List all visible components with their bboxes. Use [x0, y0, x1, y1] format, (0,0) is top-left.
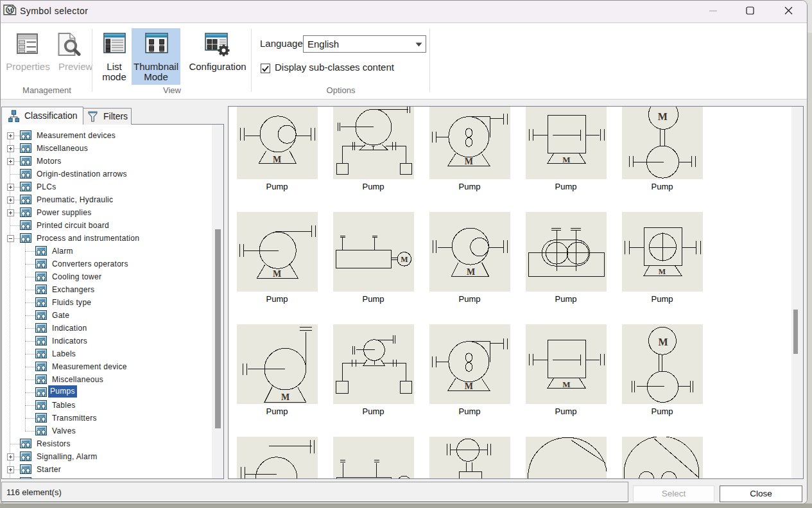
svg-text:M: M [658, 337, 668, 347]
svg-text:M: M [657, 112, 667, 123]
svg-text:M: M [464, 381, 472, 391]
svg-text:M: M [401, 255, 408, 264]
svg-text:M: M [562, 155, 570, 164]
svg-text:M: M [7, 7, 13, 13]
svg-text:M: M [467, 267, 475, 277]
svg-text:M: M [272, 269, 281, 279]
svg-text:M: M [464, 157, 472, 166]
svg-text:M: M [658, 267, 665, 276]
svg-text:M: M [281, 392, 289, 402]
svg-text:M: M [272, 155, 281, 164]
svg-text:M: M [562, 380, 570, 389]
